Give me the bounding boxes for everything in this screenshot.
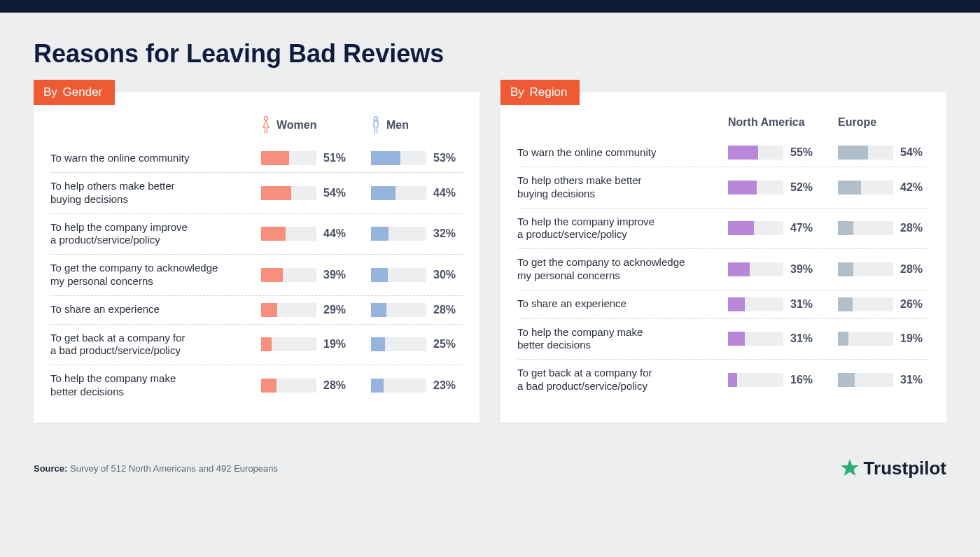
column-headers: North America Europe (517, 116, 930, 129)
bar-fill (371, 303, 386, 317)
bar-value: 23% (433, 379, 463, 392)
bar-cell: 54% (261, 186, 353, 200)
bar-value: 53% (433, 152, 463, 164)
bar-value: 28% (433, 304, 463, 316)
bar-value: 51% (323, 152, 353, 164)
panel-gender: By Gender Women Men (34, 92, 479, 423)
bar-fill (728, 181, 757, 195)
svg-marker-2 (841, 459, 859, 476)
bar-cell: 19% (261, 337, 353, 351)
bar-track (261, 227, 316, 241)
bar-value: 16% (790, 374, 820, 386)
bar-value: 31% (790, 298, 820, 311)
bar-track (261, 337, 316, 351)
bar-fill (261, 303, 277, 317)
table-row: To get the company to acknowledgemy pers… (50, 255, 463, 296)
bar-value: 28% (900, 222, 930, 234)
bar-track (371, 227, 426, 241)
bar-value: 19% (900, 332, 930, 345)
bar-cell: 28% (838, 262, 930, 276)
bar-track (371, 151, 426, 165)
bar-track (838, 146, 893, 160)
bar-fill (371, 379, 384, 393)
bar-track (728, 297, 783, 311)
column-label: Europe (838, 116, 876, 129)
bar-track (261, 303, 316, 317)
bar-track (728, 181, 783, 195)
row-label: To help the company makebetter decisions (517, 326, 710, 353)
table-row: To help others make betterbuying decisio… (517, 167, 930, 209)
column-head-women: Women (261, 116, 353, 134)
bar-cell: 28% (838, 221, 930, 235)
bar-fill (261, 186, 291, 200)
bar-track (371, 379, 426, 393)
bar-fill (728, 221, 754, 235)
column-head-eu: Europe (838, 116, 930, 129)
bar-fill (371, 186, 396, 200)
bar-track (838, 262, 893, 276)
bar-value: 29% (323, 304, 353, 316)
bar-track (838, 297, 893, 311)
brand-name: Trustpilot (864, 458, 946, 479)
bar-cell: 30% (371, 268, 463, 282)
bar-track (371, 337, 426, 351)
row-label: To help the company improvea product/ser… (50, 221, 243, 248)
table-row: To get the company to acknowledgemy pers… (517, 249, 930, 290)
bar-cell: 47% (728, 221, 820, 235)
star-icon (840, 458, 860, 478)
row-label: To share an experience (517, 297, 710, 311)
bar-cell: 53% (371, 151, 463, 165)
bar-cell: 32% (371, 227, 463, 241)
bar-fill (838, 332, 848, 346)
table-row: To get back at a company fora bad produc… (517, 360, 930, 400)
bar-track (261, 186, 316, 200)
panel-tag-region: By Region (500, 80, 580, 105)
source-text: Survey of 512 North Americans and 492 Eu… (70, 463, 278, 474)
bar-fill (728, 146, 758, 160)
bar-value: 19% (323, 338, 353, 351)
bar-fill (371, 337, 385, 351)
bar-cell: 44% (261, 227, 353, 241)
bar-track (371, 268, 426, 282)
svg-point-1 (374, 117, 377, 120)
table-row: To share an experience29%28% (50, 296, 463, 325)
bar-track (838, 181, 893, 195)
bar-cell: 54% (838, 146, 930, 160)
bar-track (261, 379, 316, 393)
bar-value: 30% (433, 269, 463, 281)
column-label: North America (728, 116, 805, 129)
bar-value: 42% (900, 181, 930, 194)
top-bar (0, 0, 980, 13)
bar-value: 55% (790, 146, 820, 159)
table-row: To help the company makebetter decisions… (50, 365, 463, 406)
bar-value: 52% (790, 181, 820, 194)
rows-gender: To warn the online community51%53%To hel… (50, 144, 463, 406)
row-label: To get back at a company fora bad produc… (517, 367, 710, 393)
table-row: To help the company improvea product/ser… (50, 214, 463, 255)
row-label: To help others make betterbuying decisio… (517, 174, 710, 201)
column-headers: Women Men (50, 116, 463, 134)
row-label: To get back at a company fora bad produc… (50, 332, 243, 358)
bar-cell: 42% (838, 181, 930, 195)
bar-value: 25% (433, 338, 463, 351)
bar-fill (838, 262, 853, 276)
panel-region: By Region North America Europe To warn t… (500, 92, 946, 423)
row-label: To help the company makebetter decisions (50, 372, 243, 399)
bar-cell: 44% (371, 186, 463, 200)
bar-fill (728, 262, 750, 276)
table-row: To warn the online community51%53% (50, 144, 463, 173)
bar-value: 39% (790, 263, 820, 276)
woman-icon (261, 116, 271, 134)
rows-region: To warn the online community55%54%To hel… (517, 139, 930, 400)
bar-cell: 55% (728, 146, 820, 160)
bar-track (838, 332, 893, 346)
bar-fill (261, 151, 289, 165)
column-label: Men (386, 119, 409, 132)
bar-cell: 28% (261, 379, 353, 393)
bar-track (728, 146, 783, 160)
page: Reasons for Leaving Bad Reviews By Gende… (0, 13, 980, 437)
bar-track (371, 303, 426, 317)
row-label: To get the company to acknowledgemy pers… (50, 262, 243, 288)
bar-fill (371, 268, 388, 282)
table-row: To help the company makebetter decisions… (517, 319, 930, 360)
